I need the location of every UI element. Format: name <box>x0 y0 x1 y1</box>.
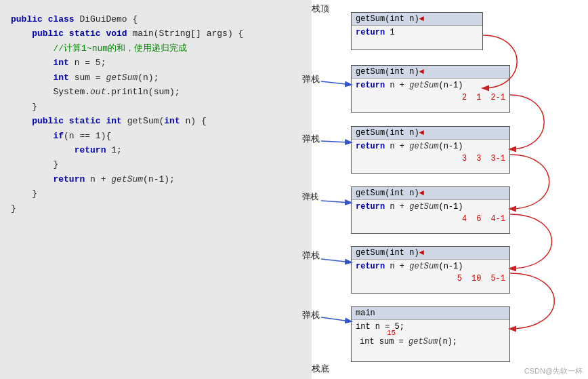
frame-1-line1: return 1 <box>352 26 482 40</box>
frame-2-line1: return n + getSum(n-1) <box>352 79 509 93</box>
code-line-4: int n = 5; <box>11 56 301 70</box>
code-panel: public class DiGuiDemo { public static v… <box>0 0 312 379</box>
frame-main-line2: int sum = getSum(n); <box>356 335 505 349</box>
tan-zhan-4: 弹栈 <box>302 250 320 262</box>
code-line-10: if(n == 1){ <box>11 129 301 143</box>
frame-3-nums: 3 3 3-1 <box>352 154 509 164</box>
stack-top-label: 栈顶 <box>312 3 329 15</box>
frame-3-header: getSum(int n)◄ <box>352 127 509 140</box>
frame-4-header: getSum(int n)◄ <box>352 187 509 200</box>
frame-4-nums: 4 6 4-1 <box>352 214 509 224</box>
frame-5-nums: 5 10 5-1 <box>352 274 509 284</box>
frame-5-line1: return n + getSum(n-1) <box>352 260 509 274</box>
stack-frame-4: getSum(int n)◄ return n + getSum(n-1) 4 … <box>351 186 510 234</box>
tan-zhan-2: 弹栈 <box>302 133 320 145</box>
code-line-14: } <box>11 186 301 201</box>
stack-frame-2: getSum(int n)◄ return n + getSum(n-1) 2 … <box>351 65 510 113</box>
frame-1-header: getSum(int n)◄ <box>352 13 482 26</box>
stack-frame-5: getSum(int n)◄ return n + getSum(n-1) 5 … <box>351 246 510 294</box>
stack-frame-main: main int n = 5; int sum = getSum(n); 15 <box>351 306 510 362</box>
frame-4-line1: return n + getSum(n-1) <box>352 200 509 214</box>
code-line-5: int sum = getSum(n); <box>11 71 301 85</box>
frame-2-nums: 2 1 2-1 <box>352 93 509 103</box>
code-line-11: return 1; <box>11 143 301 157</box>
code-line-9: public static int getSum(int n) { <box>11 114 301 128</box>
code-line-1: public class DiGuiDemo { <box>11 12 301 26</box>
frame-5-header: getSum(int n)◄ <box>352 247 509 260</box>
tan-zhan-5: 弹栈 <box>302 309 320 321</box>
frame-3-line1: return n + getSum(n-1) <box>352 140 509 154</box>
stack-frame-1: getSum(int n)◄ return 1 <box>351 12 483 50</box>
code-line-8: } <box>11 100 301 114</box>
stack-frame-3: getSum(int n)◄ return n + getSum(n-1) 3 … <box>351 126 510 174</box>
watermark: CSDN@先软一杯 <box>524 366 583 376</box>
code-line-2: public static void main(String[] args) { <box>11 26 301 41</box>
code-line-13: return n + getSum(n-1); <box>11 172 301 186</box>
code-line-3: //计算1~num的和，使用递归完成 <box>11 41 301 56</box>
frame-main-header: main <box>352 307 509 320</box>
code-line-15: } <box>11 201 301 216</box>
tan-zhan-1: 弹栈 <box>302 73 320 85</box>
tan-zhan-3: 弹栈 <box>302 191 318 203</box>
frame-main-line1: int n = 5; <box>352 320 509 334</box>
stack-bottom-label: 栈底 <box>312 363 329 375</box>
code-line-12: } <box>11 157 301 172</box>
frame-2-header: getSum(int n)◄ <box>352 66 509 79</box>
stack-panel: 栈顶 栈底 弹栈 弹栈 弹栈 弹栈 弹栈 getSum(int n)◄ retu… <box>312 0 588 379</box>
code-line-6: System.out.println(sum); <box>11 85 301 99</box>
